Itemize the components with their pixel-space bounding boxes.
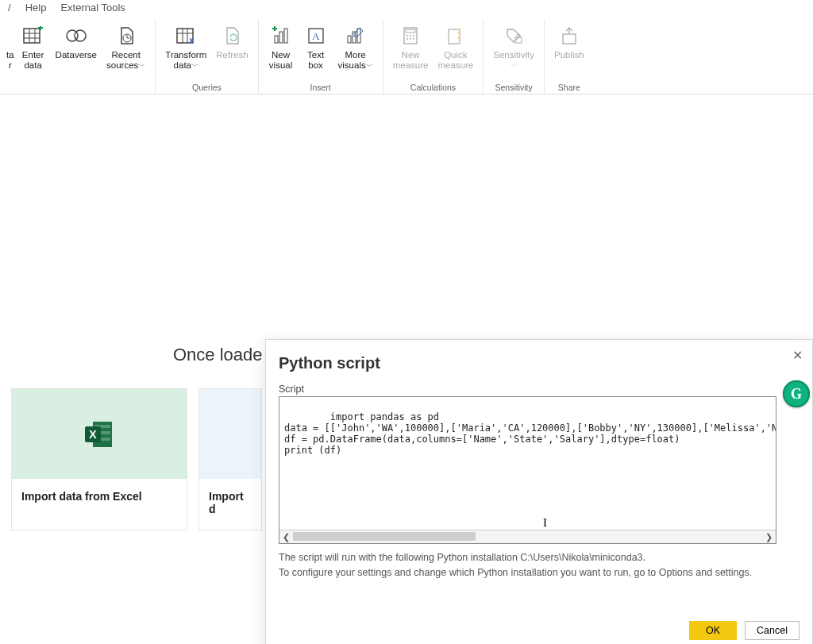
python-script-dialog: ✕ Python script Script import pandas as … [265,339,813,644]
svg-rect-36 [563,34,576,44]
transform-data-icon [175,24,196,48]
recent-file-icon [117,24,136,48]
ribbon-group-insert: New visual A Text box More visuals﹀ Inse… [259,19,383,94]
text-box-icon: A [306,24,326,48]
card-import-other[interactable]: Import d [198,388,262,530]
svg-text:X: X [89,428,97,441]
script-textarea[interactable]: import pandas as pd data = [['John','WA'… [279,397,776,530]
ribbon-group-share: Publish Share [545,19,594,94]
ribbon-group-queries: Transform data﹀ Refresh Queries [156,19,258,94]
svg-point-33 [413,38,414,40]
dialog-help-text-1: The script will run with the following P… [279,552,800,563]
svg-rect-18 [284,29,287,43]
svg-rect-27 [406,29,415,33]
text-cursor-icon: I [543,516,547,530]
card-import-excel[interactable]: X Import data from Excel [11,388,187,530]
svg-point-8 [75,30,86,41]
new-visual-button[interactable]: New visual [264,22,299,84]
horizontal-scrollbar[interactable]: ❮ ❯ [279,530,776,543]
ribbon-group-data: tar Enter data Dataverse Recent sources﹀ [0,19,156,94]
menu-external-tools[interactable]: External Tools [60,2,125,17]
text-box-button[interactable]: A Text box [299,22,333,84]
workspace: Once loade X Import data from Excel Impo… [0,94,813,644]
svg-rect-34 [449,29,460,44]
more-visuals-button[interactable]: More visuals﹀ [333,22,378,84]
ok-button[interactable]: OK [689,621,737,640]
start-heading: Once loade [173,345,263,365]
chart-plus-icon [271,24,291,48]
table-plus-icon [23,24,44,48]
dialog-help-text-2: To configure your settings and change wh… [279,567,800,578]
svg-rect-0 [24,29,40,43]
svg-point-30 [413,35,414,37]
sql-icon [199,389,261,479]
card-label: Import data from Excel [12,479,187,517]
dataverse-icon [65,24,87,48]
dataverse-button[interactable]: Dataverse [51,22,102,84]
new-measure-button: New measure [388,22,433,84]
svg-rect-16 [275,36,278,43]
scroll-left-icon[interactable]: ❮ [279,532,293,542]
transform-data-button[interactable]: Transform data﹀ [160,22,211,84]
start-cards: X Import data from Excel Import d [11,388,262,530]
svg-text:A: A [312,30,320,42]
card-label: Import d [199,479,261,530]
script-input-container: import pandas as pd data = [['John','WA'… [279,396,776,544]
menu-bar: / Help External Tools [0,0,813,19]
publish-button: Publish [549,22,589,84]
calculator-bolt-icon [446,24,465,48]
sensitivity-button: Sensitivity﹀ [488,22,539,84]
svg-point-32 [410,38,411,40]
tag-lock-icon [504,24,523,48]
chart-edit-icon [345,24,366,48]
ribbon: tar Enter data Dataverse Recent sources﹀ [0,19,813,94]
scroll-thumb[interactable] [293,532,476,541]
quick-measure-button: Quick measure [433,22,478,84]
close-button[interactable]: ✕ [792,348,803,363]
enter-data-button[interactable]: Enter data [16,22,51,84]
recent-sources-button[interactable]: Recent sources﹀ [102,22,150,84]
grammarly-icon[interactable]: G [783,380,810,407]
ribbon-group-sensitivity: Sensitivity﹀ Sensitivity [484,19,545,94]
svg-rect-23 [348,36,351,43]
svg-point-31 [406,38,408,40]
menu-partial[interactable]: / [8,2,11,17]
publish-icon [560,24,579,48]
cancel-button[interactable]: Cancel [745,621,800,640]
ribbon-group-calculations: New measure Quick measure Calculations [383,19,484,94]
scroll-right-icon[interactable]: ❯ [762,532,776,542]
svg-point-29 [410,35,411,37]
refresh-button[interactable]: Refresh [211,22,252,84]
svg-rect-12 [177,29,193,43]
refresh-icon [222,24,241,48]
script-label: Script [279,384,800,395]
dialog-title: Python script [279,354,800,372]
ribbon-item-partial[interactable]: tar [5,22,16,84]
excel-icon: X [12,389,187,479]
svg-point-28 [406,35,408,37]
menu-help[interactable]: Help [25,2,47,17]
svg-rect-17 [279,32,283,43]
calculator-icon [402,24,419,48]
